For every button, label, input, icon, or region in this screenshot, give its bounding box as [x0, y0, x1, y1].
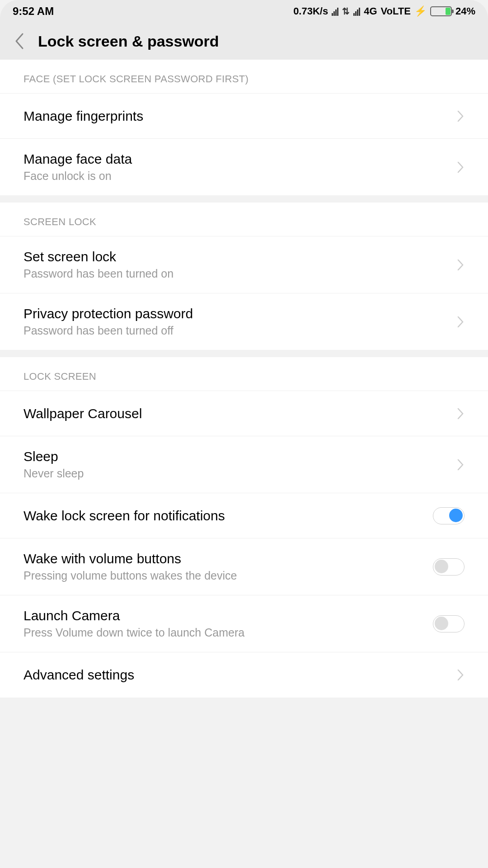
toggle-wake-notifications[interactable] [433, 507, 465, 524]
item-privacy-protection-password[interactable]: Privacy protection password Password has… [0, 293, 488, 350]
item-title: Manage fingerprints [23, 108, 143, 124]
data-arrows-icon: ⇅ [342, 6, 350, 17]
status-indicators: 0.73K/s ⇅ 4G VoLTE ⚡ 24% [293, 5, 475, 17]
page-title: Lock screen & password [38, 33, 219, 50]
chevron-right-icon [456, 407, 465, 420]
item-title: Manage face data [23, 151, 132, 167]
item-sleep[interactable]: Sleep Never sleep [0, 436, 488, 493]
section-lock-screen: LOCK SCREEN Wallpaper Carousel Sleep Nev… [0, 357, 488, 698]
network-type-1: 4G [364, 5, 377, 17]
item-title: Privacy protection password [23, 306, 193, 321]
status-time: 9:52 AM [13, 5, 54, 18]
signal-icon-1 [332, 7, 338, 16]
item-title: Advanced settings [23, 667, 134, 683]
item-title: Wallpaper Carousel [23, 406, 142, 421]
chevron-right-icon [456, 315, 465, 329]
item-manage-fingerprints[interactable]: Manage fingerprints [0, 94, 488, 139]
item-subtitle: Press Volume down twice to launch Camera [23, 626, 244, 639]
chevron-right-icon [456, 458, 465, 472]
item-launch-camera: Launch Camera Press Volume down twice to… [0, 595, 488, 652]
item-wake-notifications: Wake lock screen for notifications [0, 493, 488, 538]
section-header-screen-lock: SCREEN LOCK [0, 203, 488, 236]
item-subtitle: Pressing volume buttons wakes the device [23, 569, 237, 582]
chevron-right-icon [456, 668, 465, 682]
item-subtitle: Password has been turned off [23, 324, 193, 337]
item-wake-volume-buttons: Wake with volume buttons Pressing volume… [0, 538, 488, 595]
section-screen-lock: SCREEN LOCK Set screen lock Password has… [0, 203, 488, 350]
back-arrow-icon[interactable] [14, 32, 24, 50]
item-title: Wake lock screen for notifications [23, 508, 225, 524]
chevron-right-icon [456, 160, 465, 174]
status-bar: 9:52 AM 0.73K/s ⇅ 4G VoLTE ⚡ 24% [0, 0, 488, 23]
section-header-lock-screen: LOCK SCREEN [0, 357, 488, 391]
charging-icon: ⚡ [414, 5, 427, 17]
item-title: Set screen lock [23, 249, 174, 264]
network-type-2: VoLTE [381, 5, 411, 17]
item-subtitle: Password has been turned on [23, 267, 174, 280]
section-header-face: FACE (SET LOCK SCREEN PASSWORD FIRST) [0, 60, 488, 94]
item-advanced-settings[interactable]: Advanced settings [0, 652, 488, 698]
item-title: Sleep [23, 449, 84, 464]
item-subtitle: Never sleep [23, 467, 84, 480]
section-face: FACE (SET LOCK SCREEN PASSWORD FIRST) Ma… [0, 60, 488, 195]
signal-icon-2 [353, 7, 360, 16]
item-wallpaper-carousel[interactable]: Wallpaper Carousel [0, 391, 488, 436]
item-title: Wake with volume buttons [23, 551, 237, 566]
section-gap [0, 350, 488, 357]
chevron-right-icon [456, 109, 465, 123]
section-gap [0, 195, 488, 203]
toggle-wake-volume[interactable] [433, 558, 465, 576]
item-manage-face-data[interactable]: Manage face data Face unlock is on [0, 139, 488, 195]
item-subtitle: Face unlock is on [23, 170, 132, 183]
item-title: Launch Camera [23, 608, 244, 623]
battery-icon [430, 6, 452, 16]
toggle-launch-camera[interactable] [433, 615, 465, 632]
chevron-right-icon [456, 258, 465, 272]
app-header: Lock screen & password [0, 23, 488, 60]
item-set-screen-lock[interactable]: Set screen lock Password has been turned… [0, 236, 488, 293]
data-rate: 0.73K/s [293, 5, 328, 17]
battery-percent: 24% [455, 5, 475, 17]
